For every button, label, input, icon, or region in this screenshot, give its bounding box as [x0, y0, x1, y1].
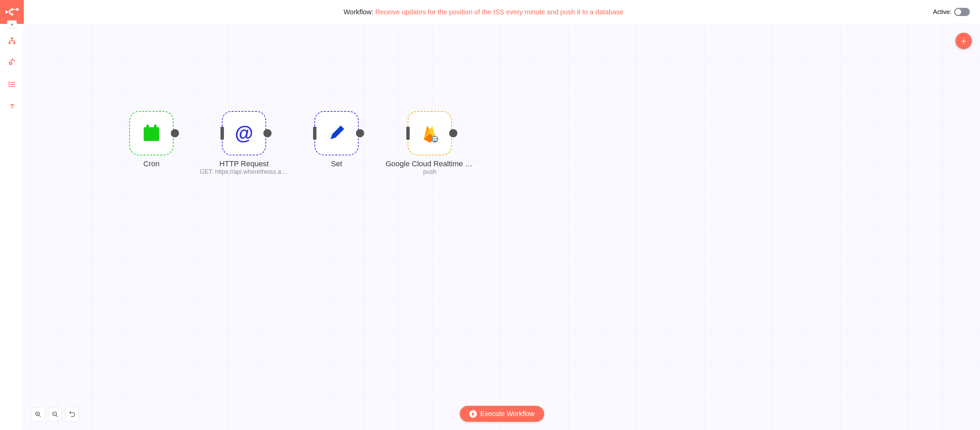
execute-workflow-button[interactable]: Execute Workflow — [460, 406, 544, 422]
question-icon: ? — [8, 102, 16, 110]
svg-rect-14 — [13, 60, 15, 62]
node-label: Set — [314, 160, 359, 168]
nodes-layer: Cron @ HTTP Request GET: https://api.whe… — [24, 24, 980, 430]
sidebar-item-executions[interactable] — [0, 74, 24, 95]
sidebar-item-help[interactable]: ? — [0, 96, 24, 117]
zoom-in-icon — [35, 411, 41, 418]
output-port[interactable] — [356, 129, 364, 137]
pencil-icon — [326, 123, 347, 144]
svg-text:?: ? — [10, 102, 14, 110]
input-port[interactable] — [313, 127, 317, 140]
node-label: Cron — [129, 160, 173, 168]
node-cron[interactable]: Cron — [129, 111, 173, 168]
at-icon: @ — [234, 123, 254, 144]
node-google-cloud-realtime-db[interactable]: Google Cloud Realtime D… push — [385, 111, 474, 176]
app-logo[interactable]: › — [0, 0, 24, 24]
svg-rect-18 — [11, 84, 15, 85]
list-icon — [8, 80, 16, 89]
svg-rect-10 — [13, 42, 15, 44]
firebase-icon — [420, 123, 440, 144]
input-port[interactable] — [406, 127, 410, 140]
svg-line-40 — [56, 416, 58, 417]
topbar: Workflow: Receive updates for the positi… — [24, 0, 980, 24]
sidebar: › ? — [0, 0, 24, 430]
node-label: HTTP Request — [200, 160, 288, 168]
zoom-controls — [31, 408, 79, 421]
chevron-right-icon: › — [11, 21, 13, 27]
network-icon — [8, 37, 16, 45]
active-toggle[interactable] — [954, 8, 970, 16]
zoom-in-button[interactable] — [31, 408, 45, 421]
play-icon — [469, 410, 477, 418]
output-port[interactable] — [449, 129, 457, 137]
svg-rect-29 — [144, 128, 159, 131]
svg-point-0 — [5, 11, 8, 13]
node-label: Google Cloud Realtime D… — [385, 160, 474, 168]
svg-rect-9 — [8, 42, 11, 44]
sidebar-item-credentials[interactable] — [0, 53, 24, 73]
output-port[interactable] — [171, 129, 179, 137]
svg-point-15 — [8, 82, 10, 83]
calendar-icon — [141, 123, 162, 144]
sidebar-expand-button[interactable]: › — [7, 21, 17, 28]
node-subtitle: GET: https://api.wheretheiss.at/… — [200, 168, 288, 176]
node-subtitle: push — [385, 168, 474, 176]
execute-label: Execute Workflow — [480, 410, 535, 418]
node-box — [408, 111, 452, 155]
svg-text:@: @ — [235, 123, 253, 144]
svg-rect-16 — [11, 82, 15, 83]
svg-point-3 — [16, 8, 18, 11]
svg-point-17 — [8, 84, 10, 85]
svg-rect-34 — [433, 139, 437, 141]
active-toggle-group: Active: — [933, 8, 970, 16]
output-port[interactable] — [263, 129, 272, 137]
workflow-name[interactable]: Receive updates for the position of the … — [375, 8, 624, 16]
svg-rect-8 — [11, 37, 13, 39]
node-box — [129, 111, 173, 155]
svg-rect-30 — [146, 133, 158, 139]
zoom-out-icon — [52, 411, 59, 418]
svg-point-12 — [10, 63, 11, 64]
svg-point-1 — [11, 8, 13, 11]
input-port[interactable] — [221, 127, 224, 140]
node-http-request[interactable]: @ HTTP Request GET: https://api.wherethe… — [200, 111, 288, 176]
reset-zoom-button[interactable] — [65, 408, 79, 421]
undo-icon — [69, 411, 76, 418]
add-node-button[interactable]: ＋ — [956, 33, 972, 49]
node-box: @ — [222, 111, 266, 155]
main: Workflow: Receive updates for the positi… — [24, 0, 980, 430]
svg-line-36 — [39, 416, 41, 417]
node-box — [314, 111, 359, 155]
workflow-canvas[interactable]: ＋ — [24, 24, 980, 430]
key-icon — [8, 59, 16, 67]
active-label: Active: — [933, 8, 951, 16]
workflow-title: Workflow: Receive updates for the positi… — [34, 8, 933, 16]
svg-point-2 — [11, 13, 13, 16]
svg-rect-33 — [433, 137, 437, 138]
workflow-title-prefix: Workflow: — [344, 8, 375, 16]
svg-rect-20 — [11, 86, 15, 87]
toggle-knob — [955, 9, 961, 15]
svg-rect-13 — [10, 59, 14, 62]
sidebar-item-workflows[interactable] — [0, 31, 24, 51]
plus-icon: ＋ — [959, 34, 969, 47]
svg-point-19 — [8, 86, 10, 87]
node-set[interactable]: Set — [314, 111, 359, 168]
zoom-out-button[interactable] — [48, 408, 62, 421]
